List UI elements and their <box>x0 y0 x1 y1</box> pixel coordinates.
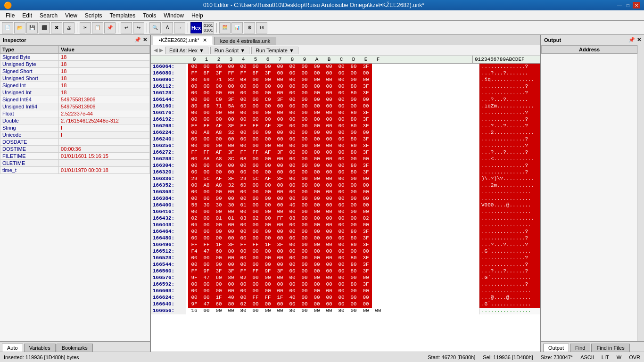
hex-cell[interactable]: 3F <box>360 143 372 149</box>
hex-cell[interactable]: 1F <box>274 295 286 301</box>
hex-cell[interactable]: FF <box>237 268 249 275</box>
hex-cell[interactable]: 00 <box>237 288 249 295</box>
hex-cell[interactable]: 00 <box>249 189 262 196</box>
hex-cell[interactable]: 00 <box>262 163 274 169</box>
hex-cell[interactable]: 00 <box>274 235 286 242</box>
hex-cell[interactable]: 00 <box>274 196 286 202</box>
hex-cell[interactable]: 00 <box>237 110 249 116</box>
menu-file[interactable]: File <box>2 11 18 20</box>
hex-cell[interactable]: 00 <box>335 288 347 295</box>
hex-cell[interactable] <box>372 268 384 275</box>
hex-view-button[interactable]: Hex <box>190 22 202 33</box>
hex-cell[interactable]: 3F <box>360 136 372 143</box>
maximize-button[interactable]: □ <box>624 2 632 8</box>
hex-cell[interactable]: 00 <box>323 301 335 308</box>
hex-cell[interactable]: 80 <box>347 262 360 268</box>
hex-cell[interactable]: 00 <box>347 70 360 77</box>
hex-cell[interactable]: 80 <box>286 308 298 314</box>
hex-cell[interactable]: 00 <box>249 116 262 123</box>
hex-cell[interactable]: 00 <box>262 202 274 209</box>
hex-cell[interactable]: 00 <box>298 222 311 229</box>
hex-cell[interactable]: 00 <box>225 255 237 262</box>
hex-cell[interactable]: 3F <box>225 149 237 156</box>
hex-cell[interactable]: 3F <box>360 229 372 235</box>
hex-cell[interactable]: 00 <box>237 189 249 196</box>
hex-cell[interactable]: 00 <box>335 116 347 123</box>
nav-left-button[interactable]: ◀ <box>154 47 157 53</box>
hex-cell[interactable]: 00 <box>286 281 298 288</box>
hex-cell[interactable]: 00 <box>286 90 298 97</box>
hex-cell[interactable]: 08 <box>237 77 249 83</box>
hex-cell[interactable]: 00 <box>274 83 286 90</box>
hex-cell[interactable]: 00 <box>323 202 335 209</box>
hex-cell[interactable]: 80 <box>347 90 360 97</box>
hex-cell[interactable] <box>372 295 384 301</box>
hex-cell[interactable]: 00 <box>249 77 262 83</box>
hex-cell[interactable]: 00 <box>213 64 225 70</box>
hex-cell[interactable]: 00 <box>188 64 200 70</box>
hex-cell[interactable]: 08 <box>237 156 249 163</box>
hex-cell[interactable]: A8 <box>200 156 213 163</box>
hex-row[interactable]: 166160:8069715A6D00000000000000000000 .i… <box>151 103 540 110</box>
hex-cell[interactable]: 00 <box>262 83 274 90</box>
hex-cell[interactable]: A8 <box>213 130 225 136</box>
hex-cell[interactable]: 00 <box>274 90 286 97</box>
hex-cell[interactable]: 00 <box>200 136 213 143</box>
hex-cell[interactable]: 3F <box>225 176 237 182</box>
hex-cell[interactable]: 00 <box>311 169 323 176</box>
hex-cell[interactable]: 08 <box>286 215 298 222</box>
hex-cell[interactable]: 9F <box>188 301 200 308</box>
hex-cell[interactable]: 00 <box>213 163 225 169</box>
hex-cell[interactable]: 00 <box>213 209 225 215</box>
hex-cell[interactable]: 00 <box>188 110 200 116</box>
hex-cell[interactable]: 00 <box>286 77 298 83</box>
hex-cell[interactable]: 00 <box>347 248 360 255</box>
hex-cell[interactable]: 00 <box>200 262 213 268</box>
hex-cell[interactable]: F4 <box>188 248 200 255</box>
hex-cell[interactable]: 00 <box>298 295 311 301</box>
hex-cell[interactable]: 00 <box>262 281 274 288</box>
hex-cell[interactable]: 30 <box>200 202 213 209</box>
hex-row[interactable]: 166320:00000000000000000000000000803F ..… <box>151 169 540 176</box>
hex-cell[interactable]: 00 <box>274 229 286 235</box>
hex-cell[interactable]: 00 <box>335 90 347 97</box>
hex-cell[interactable]: 00 <box>286 130 298 136</box>
hex-cell[interactable]: 00 <box>286 176 298 182</box>
hex-cell[interactable]: 00 <box>323 262 335 268</box>
hex-cell[interactable]: 00 <box>298 70 311 77</box>
hex-cell[interactable]: 00 <box>335 64 347 70</box>
hex-cell[interactable]: 00 <box>213 196 225 202</box>
hex-cell[interactable]: 00 <box>347 275 360 281</box>
hex-cell[interactable]: 00 <box>286 169 298 176</box>
hex-cell[interactable]: 00 <box>347 182 360 189</box>
hex-cell[interactable]: 00 <box>347 176 360 182</box>
hex-cell[interactable]: 32 <box>225 130 237 136</box>
window-controls[interactable]: — □ ✕ <box>616 2 640 8</box>
hex-cell[interactable]: 9F <box>200 268 213 275</box>
hex-cell[interactable]: 00 <box>262 130 274 136</box>
hex-cell[interactable]: 00 <box>274 103 286 110</box>
hex-cell[interactable] <box>372 275 384 281</box>
hex-cell[interactable]: 00 <box>262 308 274 314</box>
hex-cell[interactable]: 00 <box>286 97 298 103</box>
hex-cell[interactable] <box>372 222 384 229</box>
hex-cell[interactable]: 00 <box>249 136 262 143</box>
hex-cell[interactable]: 3F <box>274 97 286 103</box>
hex-cell[interactable]: 00 <box>249 209 262 215</box>
hex-cell[interactable]: 00 <box>249 248 262 255</box>
output-tab-output[interactable]: Output <box>543 344 569 352</box>
hex-cell[interactable]: 00 <box>225 308 237 314</box>
hex-cell[interactable]: 00 <box>298 110 311 116</box>
hex-cell[interactable]: 00 <box>323 116 335 123</box>
hex-cell[interactable]: 00 <box>311 97 323 103</box>
hex-cell[interactable]: 00 <box>311 301 323 308</box>
hex-cell[interactable]: 00 <box>335 196 347 202</box>
hex-cell[interactable]: 5A <box>225 103 237 110</box>
hex-cell[interactable]: 3F <box>360 149 372 156</box>
hex-cell[interactable]: 00 <box>188 130 200 136</box>
hex-cell[interactable] <box>372 163 384 169</box>
hex-cell[interactable]: 00 <box>249 169 262 176</box>
hex-cell[interactable]: 00 <box>200 196 213 202</box>
tab-close-active[interactable]: ✕ <box>203 37 207 43</box>
hex-cell[interactable]: FF <box>188 70 200 77</box>
